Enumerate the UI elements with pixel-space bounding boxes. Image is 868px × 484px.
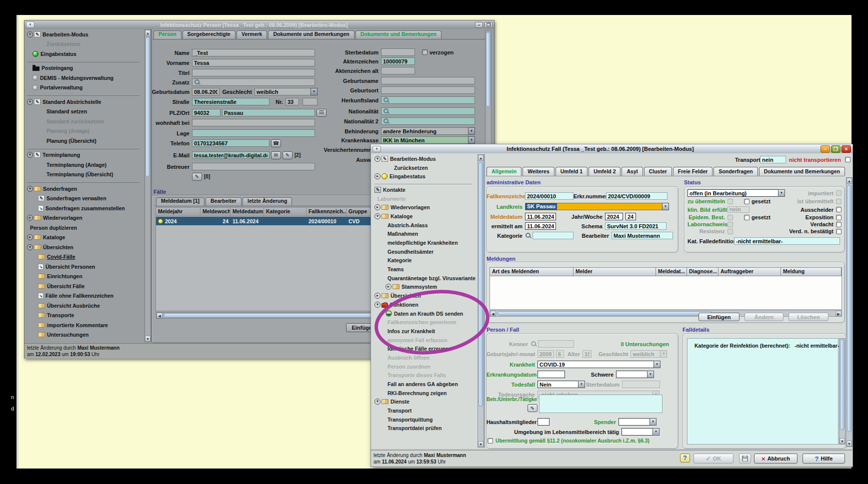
menu-item-transport[interactable]: Transport (374, 406, 478, 415)
menu-item-terminplanung-anlage[interactable]: Terminplanung (Anlage) (26, 160, 144, 170)
chevron-down-icon[interactable]: ▼ (468, 136, 475, 144)
tab-dokumente-und-bemerkungen[interactable]: Dokumente und Bemerkungen (759, 167, 845, 176)
menu-item-fälle-ohne-fallkennzeichen[interactable]: ↘Fälle ohne Fallkennzeichen (26, 291, 144, 301)
einfuegen-button[interactable]: Einfügen (698, 313, 740, 321)
menu-item-identische-fälle-erzeugen[interactable]: Identische Fälle erzeugen (374, 344, 478, 353)
betreuer-input[interactable] (192, 163, 315, 170)
column-header-melder[interactable]: Melder (574, 268, 656, 276)
tab-allgemein[interactable]: Allgemein (486, 167, 522, 176)
search-icon[interactable] (383, 118, 390, 124)
tab-dokumente-und-bemerkungen[interactable]: Dokumente und Bemerkungen (356, 30, 442, 39)
behinderung-select[interactable]: andere Behinderung (381, 127, 468, 135)
menu-item-transportdatei-prüfen[interactable]: Transportdatei prüfen (374, 424, 478, 433)
tab-meldedatum-1[interactable]: Meldedatum [1] (156, 197, 204, 206)
menu-item-infos-zur-krankheit[interactable]: Infos zur Krankheit (374, 327, 478, 336)
labornachweis-checkbox[interactable] (728, 222, 733, 227)
tab-sonderfragen[interactable]: Sonderfragen (714, 167, 758, 176)
nationalitaet-input[interactable] (381, 107, 475, 115)
gesetzt-checkbox[interactable] (744, 199, 750, 204)
abbruch-button[interactable]: ×Abbruch (754, 454, 798, 464)
column-header-fallkennzeich[interactable]: Fallkennzeich... (306, 208, 346, 216)
search-icon[interactable] (194, 79, 200, 85)
window-menu-icon[interactable]: ▼ (26, 21, 34, 28)
scrollbar-thumb[interactable] (478, 162, 483, 407)
schema-input[interactable] (605, 222, 666, 230)
tab-vermerk[interactable]: Vermerk (236, 30, 267, 39)
menu-item-zurücksetzen[interactable]: Zurücksetzen (374, 163, 478, 172)
column-header-meldung[interactable]: Meldung (781, 268, 842, 276)
menu-item-kataloge[interactable]: ▸Kataloge (26, 233, 144, 243)
telefon-input[interactable] (192, 139, 270, 147)
tab-freie-felder[interactable]: Freie Felder (673, 167, 713, 176)
menu-item-eingabestatus[interactable]: ▸Eingabestatus (374, 172, 478, 181)
krankenkasse-select[interactable]: IKK in München (381, 136, 468, 144)
epidem-best-checkbox[interactable] (728, 215, 733, 220)
status-select[interactable]: offen (in Bearbeitung) (688, 189, 778, 197)
nicht-transportieren-checkbox[interactable] (845, 157, 850, 162)
field-help-button[interactable]: ? (680, 454, 690, 463)
tab-cluster[interactable]: Cluster (644, 167, 672, 176)
tab-bearbeiter[interactable]: Bearbeiter (206, 197, 242, 206)
chevron-down-icon[interactable]: ▼ (652, 428, 660, 436)
menu-item-person-duplizieren[interactable]: Person duplizieren (26, 223, 144, 233)
menu-item-wiedervorlagen[interactable]: ▸Wiedervorlagen (26, 213, 144, 223)
maximize-icon[interactable]: ❒ (484, 22, 492, 28)
geburtsdatum-input[interactable] (192, 88, 220, 95)
menu-item-covid-fälle[interactable]: Covid-Fälle (26, 252, 144, 262)
aktenzeichen-input[interactable] (381, 57, 415, 65)
menu-item-standard-abstrichstelle[interactable]: ▾✎Standard Abstrichstelle (26, 97, 144, 107)
untersuchungen-link[interactable]: 0 Untersuchungen (620, 341, 672, 347)
menu-item-standard-setzen[interactable]: Standard setzen (26, 107, 144, 117)
menu-item-stammsystem[interactable]: ▸Stammsystem (374, 283, 478, 292)
falldetails-scrollbar[interactable]: ▼ (839, 338, 846, 445)
menu-item-terminplanung[interactable]: ▾✎Terminplanung (26, 150, 144, 160)
menu-item-kategorie[interactable]: Kategorie (374, 256, 478, 265)
scroll-left-icon[interactable]: ◀ (156, 313, 162, 318)
tab-umfeld-1[interactable]: Umfeld 1 (556, 167, 588, 176)
menu-item-sonderfragen-verwalten[interactable]: ✎Sonderfragen verwalten (26, 194, 144, 204)
menu-item-planung-übersicht[interactable]: Planung (Übersicht) (26, 136, 144, 146)
menu-item-eingabestatus[interactable]: Eingabestatus (26, 49, 144, 59)
sidebar-scrollbar[interactable]: ▲ ▼ (478, 154, 484, 448)
menu-item-fall-an-anderes-ga-abgeben[interactable]: Fall an anderes GA abgeben (374, 380, 478, 389)
kat-falledefinition-input[interactable] (734, 237, 840, 245)
menu-item-importierte-kommentare[interactable]: importierte Kommentare (26, 320, 144, 330)
scroll-up-icon[interactable]: ▲ (846, 178, 852, 184)
menu-item-einrichtungen[interactable]: Einrichtungen (26, 272, 144, 282)
verd-n-bestaetigt-checkbox[interactable] (836, 229, 842, 234)
email-input[interactable] (192, 151, 270, 159)
scroll-right-icon[interactable]: ▶ (836, 311, 842, 316)
menu-item-quarantänetage-bzgl-virusvariante[interactable]: Quarantänetage bzgl. Virusvariante (374, 274, 478, 283)
chevron-down-icon[interactable]: ▼ (778, 189, 785, 197)
close-icon[interactable]: × (842, 145, 851, 153)
menu-item-meldepflichtige-krankheiten[interactable]: meldepflichtige Krankheiten (374, 238, 478, 247)
tab-person[interactable]: Person (154, 30, 182, 39)
menu-item-daten-an-krauth-ds-senden[interactable]: Daten an Krauth DS senden (374, 309, 478, 318)
menu-item-gesundheitsämter[interactable]: Gesundheitsämter (374, 247, 478, 256)
uebermittlung-checkbox[interactable] (488, 438, 493, 444)
umgebung-select[interactable] (622, 428, 653, 436)
maximize-icon[interactable]: ❒ (831, 145, 840, 153)
menu-item-übersicht-personen[interactable]: ↘Übersicht Personen (26, 262, 144, 272)
kategorie-input[interactable] (532, 232, 574, 239)
woche-input[interactable] (626, 213, 636, 220)
exposition-checkbox[interactable] (836, 215, 842, 220)
gesetzt2-checkbox[interactable] (744, 215, 750, 220)
window-menu-icon[interactable]: ▼ (372, 146, 381, 152)
zu-uebermitteln-checkbox[interactable] (728, 199, 733, 204)
menu-item-übersicht-ausbrüche[interactable]: Übersicht Ausbrüche (26, 301, 144, 311)
tab-weiteres[interactable]: Weiteres (522, 167, 554, 176)
scroll-up-icon[interactable]: ▲ (145, 30, 150, 36)
chevron-down-icon[interactable]: ▼ (578, 381, 585, 388)
spender-select[interactable] (618, 418, 650, 426)
column-header-diagnose[interactable]: Diagnose... (687, 268, 718, 276)
scroll-down-icon[interactable]: ▼ (846, 441, 852, 447)
chevron-down-icon[interactable]: ▼ (647, 371, 654, 378)
tab-dokumente-und-bemerkungen[interactable]: Dokumente und Bemerkungen (268, 30, 354, 39)
landkreis-select[interactable]: SK Passau (525, 203, 662, 210)
menu-item-demis-meldungsverwaltung[interactable]: DEMIS - Meldungsverwaltung (26, 73, 144, 83)
menu-item-posteingang[interactable]: Posteingang (26, 63, 144, 73)
jahr-input[interactable] (605, 213, 623, 220)
column-header-auftraggeber[interactable]: Auftraggeber (718, 268, 781, 276)
menu-item-sonderfragen-zusammenstellen[interactable]: ↘Sonderfragen zusammenstellen (26, 203, 144, 213)
